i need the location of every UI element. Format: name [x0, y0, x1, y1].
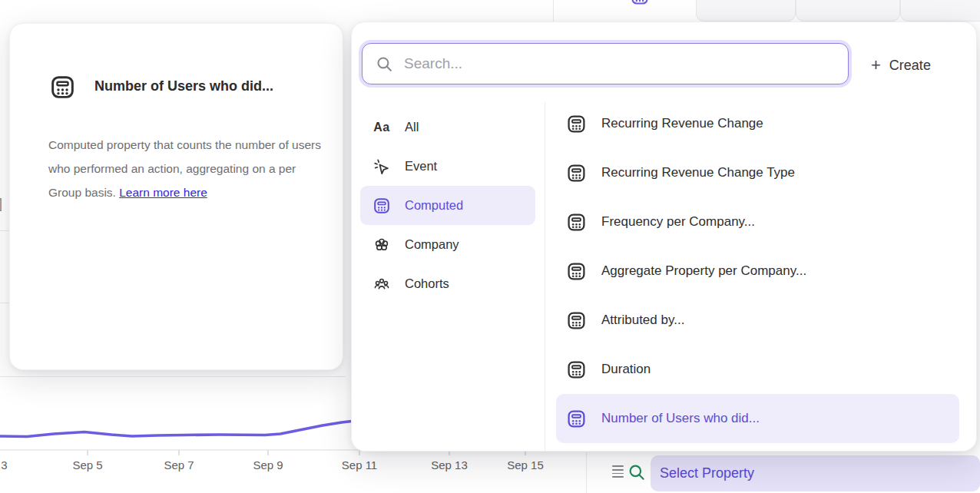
x-axis-tick-label: Sep 7 [164, 458, 194, 471]
plus-icon: + [871, 57, 881, 74]
tab-retention[interactable] [796, 0, 900, 22]
calculator-icon [49, 74, 76, 101]
create-button[interactable]: + Create [871, 51, 931, 79]
property-item-selected[interactable]: Number of Users who did... [556, 394, 959, 443]
calculator-icon [565, 409, 587, 429]
bar-chart-icon [736, 0, 756, 2]
drag-handle-icon[interactable] [612, 465, 624, 478]
calculator-icon [565, 163, 587, 184]
property-item[interactable]: Recurring Revenue Change [556, 99, 959, 148]
calculator-icon [372, 197, 392, 215]
category-cohorts[interactable]: Cohorts [360, 264, 535, 303]
company-icon [372, 236, 392, 254]
x-axis-tick-label: Sep 3 [0, 458, 8, 471]
calculator-icon [565, 261, 587, 282]
search-input[interactable] [404, 55, 848, 72]
x-axis-tick-label: Sep 5 [72, 458, 102, 471]
property-item[interactable]: Attributed by... [556, 296, 959, 345]
chart-type-tabbar [551, 0, 980, 22]
cursor-spark-icon [372, 157, 392, 176]
retention-curve-icon [838, 0, 858, 2]
sidebar-divider [545, 102, 545, 451]
property-item[interactable]: Recurring Revenue Change Type [556, 148, 959, 197]
category-sidebar: Aa All Event Computed Company Cohorts [360, 108, 535, 303]
x-axis-tick-label: Sep 13 [431, 458, 468, 471]
property-tooltip-card: Number of Users who did... Computed prop… [9, 23, 343, 370]
property-picker-panel: + Create Aa All Event Computed Company C… [351, 22, 977, 452]
x-axis-tick-label: Sep 9 [253, 458, 283, 471]
calculator-icon [565, 310, 587, 331]
category-company[interactable]: Company [360, 225, 535, 264]
select-property-row: Select Property [586, 452, 980, 493]
cohorts-icon [372, 275, 392, 293]
text-aa-icon: Aa [372, 121, 392, 134]
tooltip-description: Computed property that counts the number… [48, 133, 322, 204]
metric-bar-icon [932, 0, 952, 2]
tab-metric[interactable] [900, 0, 980, 22]
category-event[interactable]: Event [360, 147, 535, 186]
x-axis-tick-label: Sep 15 [507, 458, 544, 471]
green-search-icon [627, 462, 647, 482]
property-item[interactable]: Frequency per Company... [556, 197, 959, 246]
property-item[interactable]: Aggregate Property per Company... [556, 246, 959, 296]
category-all[interactable]: Aa All [360, 108, 535, 147]
chart-series-line [0, 422, 352, 437]
tab-bar-chart[interactable] [696, 0, 796, 22]
tooltip-title: Number of Users who did... [94, 78, 273, 94]
select-property-field[interactable]: Select Property [651, 455, 980, 491]
calculator-icon [565, 212, 587, 233]
background-card-divider [0, 376, 346, 377]
category-computed[interactable]: Computed [360, 186, 535, 225]
tab-computed[interactable] [584, 0, 696, 22]
property-list: Recurring Revenue Change Recurring Reven… [556, 99, 959, 443]
clipped-text-fragment: ] [0, 196, 2, 212]
x-axis-tick-label: Sep 11 [342, 458, 377, 471]
search-icon [375, 55, 394, 74]
calculator-icon [630, 0, 650, 6]
calculator-icon [565, 114, 587, 134]
background-divider [0, 230, 9, 231]
background-divider [0, 303, 9, 303]
search-field[interactable] [362, 43, 849, 84]
learn-more-link[interactable]: Learn more here [119, 186, 207, 199]
property-item[interactable]: Duration [556, 345, 959, 394]
calculator-icon [565, 359, 587, 380]
